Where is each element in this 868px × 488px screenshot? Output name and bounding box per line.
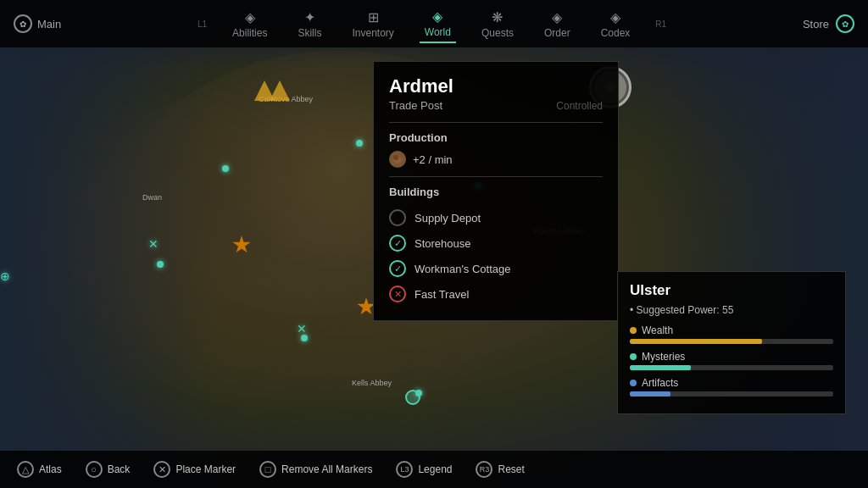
order-icon: ◈ [552,9,562,25]
map-icon-2: ✕ [297,322,307,336]
l1-button[interactable]: L1 [198,19,207,29]
map-dot-3 [301,335,308,341]
wealth-text: Wealth [642,324,673,336]
bottombar: △ Atlas ○ Back ✕ Place Marker □ Remove A… [0,451,868,488]
map-dot-2 [157,261,164,268]
artifacts-bar-fill [630,391,670,396]
map-icon-1: ✕ [148,237,159,251]
remove-markers-sym: □ [259,461,276,478]
back-button-sym: ○ [86,461,103,478]
bottom-legend[interactable]: L3 Legend [396,461,452,478]
player-marker [405,390,420,405]
nav-center: L1 ◈ Abilities ✦ Skills ⊞ Inventory ◈ Wo… [198,5,666,43]
bottom-back[interactable]: ○ Back [86,461,131,478]
quests-icon: ❋ [492,9,503,25]
map-dot-5 [222,165,229,172]
power-label: Suggested Power: [637,304,720,316]
building-supply-depot: Supply Depot [389,205,603,230]
bottom-reset[interactable]: R3 Reset [476,461,524,478]
mysteries-bar-fill [630,365,691,370]
artifacts-text: Artifacts [642,377,678,389]
map-icon-3: ⊕ [0,269,10,283]
back-label: Back [108,463,131,475]
storehouse-label: Storehouse [415,237,471,250]
codex-label: Codex [601,27,631,39]
world-label: World [425,26,451,38]
building-fast-travel: ✕ Fast Travel [389,281,603,307]
nav-skills[interactable]: ✦ Skills [292,6,326,42]
mysteries-bar-bg [630,365,833,370]
remove-markers-label: Remove All Markers [281,463,372,475]
location-type: Trade Post [389,99,442,112]
wealth-bar-bg [630,339,833,344]
inventory-label: Inventory [352,27,393,39]
artifacts-stat: Artifacts [630,377,833,396]
svg-point-1 [393,155,398,160]
ulster-title: Ulster [630,282,833,299]
location-subtitle-row: Trade Post Controlled [389,99,603,112]
place-marker-label: Place Marker [175,463,236,475]
place-marker-sym: ✕ [153,461,170,478]
main-label: Main [37,18,61,30]
nav-main[interactable]: ✿ Main [14,14,61,33]
map-label-kells: Kells Abbey [352,379,392,387]
workman-cottage-icon: ✓ [389,260,406,277]
artifacts-bar-bg [630,391,833,396]
atlas-button-sym: △ [17,461,34,478]
buildings-list: Supply Depot ✓ Storehouse ✓ Workman's Co… [389,205,603,307]
artifacts-dot [630,380,637,386]
r1-button[interactable]: R1 [655,19,666,29]
map-dot-1 [356,140,363,147]
world-icon: ◈ [432,8,442,25]
legend-sym: L3 [396,461,413,478]
bottom-place-marker[interactable]: ✕ Place Marker [153,461,236,478]
building-workman-cottage: ✓ Workman's Cottage [389,256,603,281]
mysteries-dot [630,353,637,360]
bottom-remove-markers[interactable]: □ Remove All Markers [259,461,372,478]
fast-travel-icon: ✕ [389,286,406,302]
power-value: 55 [722,304,733,316]
location-panel: Ardmel Trade Post Controlled Production … [373,61,619,321]
production-value: +2 / min [413,153,453,166]
mysteries-stat: Mysteries [630,351,833,370]
location-status: Controlled [556,100,603,112]
ulster-power-row: • Suggested Power: 55 [630,304,833,316]
nav-world[interactable]: ◈ World [420,5,456,43]
production-icon [389,151,406,168]
fast-travel-label: Fast Travel [415,288,469,301]
wealth-dot [630,327,637,334]
store-label[interactable]: Store [803,18,829,30]
order-label: Order [544,27,570,39]
topbar: ✿ Main L1 ◈ Abilities ✦ Skills ⊞ Invento… [0,0,868,47]
reset-sym: R3 [476,461,492,478]
skills-label: Skills [298,27,321,39]
map-label-dwan: Dwan [142,193,162,202]
codex-icon: ◈ [610,9,620,25]
reset-label: Reset [498,463,524,475]
location-title: Ardmel [389,75,603,97]
bottom-atlas[interactable]: △ Atlas [17,461,62,478]
wealth-stat: Wealth [630,324,833,344]
nav-order[interactable]: ◈ Order [539,6,576,42]
wealth-label: Wealth [630,324,833,336]
divider-2 [389,176,603,177]
nav-quests[interactable]: ❋ Quests [476,6,519,42]
nav-right: Store ✿ [803,14,854,33]
quests-label: Quests [481,27,514,39]
abilities-icon: ◈ [245,9,255,25]
storehouse-icon: ✓ [389,235,406,252]
mysteries-label: Mysteries [630,351,833,363]
atlas-label: Atlas [39,463,62,475]
buildings-label: Buildings [389,186,603,198]
skills-icon: ✦ [304,9,315,25]
abilities-label: Abilities [232,27,267,39]
building-storehouse: ✓ Storehouse [389,230,603,256]
workman-cottage-label: Workman's Cottage [415,263,511,275]
artifacts-label: Artifacts [630,377,833,389]
nav-inventory[interactable]: ⊞ Inventory [347,6,398,42]
production-label: Production [389,131,603,144]
nav-codex[interactable]: ◈ Codex [596,6,636,42]
supply-depot-label: Supply Depot [415,212,481,225]
nav-abilities[interactable]: ◈ Abilities [227,6,272,42]
mysteries-text: Mysteries [642,351,685,363]
